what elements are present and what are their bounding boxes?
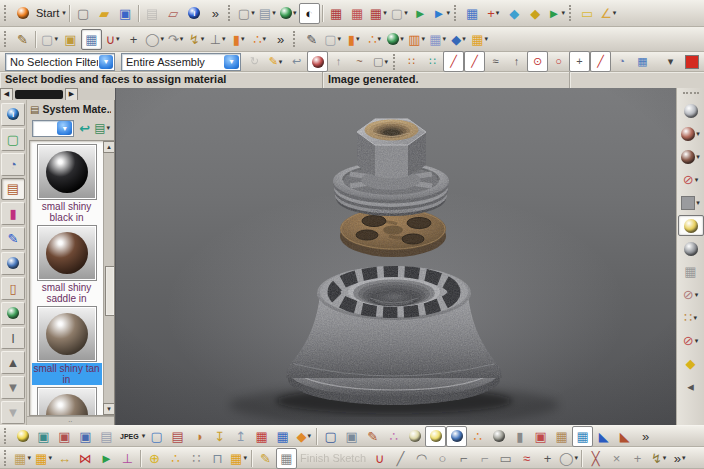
nx-logo-icon[interactable] — [12, 3, 33, 24]
palette-resize-handle[interactable]: ∙∙ — [27, 416, 114, 425]
finish-sketch-grid-icon[interactable]: ▦ — [276, 448, 297, 469]
wireframe-cube-icon[interactable]: ▦ — [251, 426, 272, 447]
screen-capture-icon[interactable]: ▢ — [146, 426, 167, 447]
finish-sketch-label[interactable]: Finish Sketch — [297, 448, 369, 469]
material-label[interactable]: small shiny saddle in — [32, 282, 102, 304]
selection-scope-combo[interactable]: Entire Assembly ▾ — [121, 53, 241, 71]
section-cube-icon[interactable]: ▦ — [326, 3, 347, 24]
orient-plane-icon[interactable]: ► — [410, 3, 431, 24]
materials-palette-icon[interactable]: ▤ — [1, 178, 25, 201]
point-icon[interactable]: + — [123, 29, 144, 50]
undo-arrow-icon[interactable]: ↩ — [286, 51, 307, 72]
scene-setup-icon[interactable]: ◣ — [593, 426, 614, 447]
csys-icon[interactable]: +▾ — [483, 3, 504, 24]
scrollbar-up-icon[interactable]: ▲ — [103, 141, 115, 153]
prohibit-icon[interactable]: ⊘▾ — [678, 330, 704, 351]
toolbar-grip[interactable] — [293, 31, 297, 47]
corner-tool-icon[interactable]: ⌐ — [474, 448, 495, 469]
marquee-select-icon[interactable]: ▢▾ — [370, 51, 391, 72]
render-shot-icon[interactable]: ▣ — [75, 426, 96, 447]
orient-plane-alt-icon[interactable]: ►▾ — [431, 3, 452, 24]
print-icon[interactable]: ↧ — [209, 426, 230, 447]
stamp-prohibit-icon[interactable]: ⊘▾ — [678, 284, 704, 305]
extrude-icon[interactable]: ▮▾ — [228, 29, 249, 50]
constraint-bolt-icon[interactable]: ↯▾ — [648, 448, 669, 469]
toolbar-grip[interactable] — [228, 5, 232, 21]
toolbar-grip[interactable] — [683, 92, 699, 96]
make-corner-icon[interactable]: + — [627, 448, 648, 469]
start-menu-button[interactable]: Start▾ — [33, 3, 67, 24]
clamp-constraint-icon[interactable]: ⊓ — [207, 448, 228, 469]
palette-view-button[interactable]: ▤▾ — [94, 121, 110, 135]
material-swatch[interactable] — [38, 226, 96, 280]
internet-globe-icon[interactable]: ▾ — [278, 3, 299, 24]
shaded-cube-icon[interactable]: ▦ — [272, 426, 293, 447]
profile-tool-icon[interactable]: ∪ — [369, 448, 390, 469]
snap-circle-icon[interactable]: ○ — [548, 51, 569, 72]
save-icon[interactable]: ▣ — [115, 3, 136, 24]
material-sphere-dark-icon[interactable]: ▾ — [678, 146, 704, 167]
documentation-book-icon[interactable]: ▯ — [1, 277, 25, 300]
unite-icon[interactable]: ▦▾ — [427, 29, 448, 50]
pattern-feature-icon[interactable]: ∴▾ — [364, 29, 385, 50]
overflow-chevron2-icon[interactable]: » — [270, 29, 291, 50]
snap-line-icon[interactable]: ╱ — [590, 51, 611, 72]
image-frame-icon[interactable]: ▣ — [530, 426, 551, 447]
mesh-surface-icon[interactable]: ▦ — [81, 29, 102, 50]
selection-filter-combo[interactable]: No Selection Filter ▾ — [5, 53, 115, 71]
gray-swatch-icon[interactable]: ▾ — [678, 192, 704, 213]
material-label[interactable]: small shiny tan in — [32, 363, 102, 385]
color-balls-icon[interactable]: ∴ — [383, 426, 404, 447]
toolbar-grip[interactable] — [569, 5, 573, 21]
datum-plane2-icon[interactable]: ▢▾ — [322, 29, 343, 50]
paintbrush-icon[interactable]: ✎ — [362, 426, 383, 447]
toolbar-grip[interactable] — [4, 5, 8, 21]
info-window-icon[interactable]: i — [184, 3, 205, 24]
paste-icon[interactable]: ▤ — [142, 3, 163, 24]
window-cascade-icon[interactable]: ▱ — [163, 3, 184, 24]
arc-tool-icon[interactable]: ◠ — [411, 448, 432, 469]
jpeg-export-icon[interactable]: JPEG▾ — [117, 426, 146, 447]
move-component-icon[interactable]: ↔ — [54, 448, 75, 469]
subtract-icon[interactable]: ◆▾ — [448, 29, 469, 50]
presentation-icon[interactable]: ▢ — [320, 426, 341, 447]
roles-people-icon[interactable] — [1, 252, 25, 275]
light-bulb-icon[interactable] — [12, 426, 33, 447]
sphere-feature-icon[interactable]: ∴▾ — [249, 29, 270, 50]
shell-icon[interactable]: ▦▾ — [469, 29, 490, 50]
refresh-icon[interactable]: ↻ — [244, 51, 265, 72]
new-file-icon[interactable]: ▢ — [73, 3, 94, 24]
mesh-grid-icon[interactable]: ▦ — [678, 261, 704, 282]
annotate-pen-icon[interactable]: ✎ — [1, 227, 25, 250]
open-folder-icon[interactable]: ▰ — [94, 3, 115, 24]
studio-spline-icon[interactable]: ≈ — [516, 448, 537, 469]
camera-icon[interactable]: ▣ — [33, 426, 54, 447]
scroll-down-icon[interactable]: ▼ — [1, 376, 25, 399]
collapse-toolbar-icon[interactable]: ◂ — [678, 376, 704, 397]
snap-pole-icon[interactable]: ↑ — [506, 51, 527, 72]
nav-arrow-icon[interactable]: ►▾ — [546, 3, 567, 24]
select-tool-icon[interactable]: ▢▾ — [236, 3, 257, 24]
snapshot-tool-icon[interactable]: ▤▾ — [257, 3, 278, 24]
copy-image-icon[interactable]: ▤ — [96, 426, 117, 447]
section-cube-alt-icon[interactable]: ▦▾ — [368, 3, 389, 24]
add-component2-icon[interactable]: ▦▾ — [33, 448, 54, 469]
scene-edit-icon[interactable]: ◣ — [614, 426, 635, 447]
sketch-grid-icon[interactable]: ✎ — [255, 448, 276, 469]
visualization-spectrum-icon[interactable]: ▮ — [1, 202, 25, 225]
toolbar-grip[interactable] — [393, 54, 397, 70]
quick-extend-icon[interactable]: × — [606, 448, 627, 469]
system-scene-icon[interactable] — [1, 302, 25, 325]
overflow-chevron4-icon[interactable]: »▾ — [669, 448, 690, 469]
chevron-down-icon[interactable]: ▾ — [57, 121, 72, 135]
snap-tangent-icon[interactable]: ≈ — [485, 51, 506, 72]
photo-camera-icon[interactable]: ▣ — [341, 426, 362, 447]
snap-settings-icon[interactable]: ∷ — [401, 51, 422, 72]
palette-scrollbar[interactable]: ▲ ▼ — [103, 141, 114, 415]
pattern-dots-icon[interactable]: ∷▾ — [678, 307, 704, 328]
star-add-icon[interactable]: ✎▾ — [265, 51, 286, 72]
exploded-views-icon[interactable]: ⊕ — [144, 448, 165, 469]
clear-section-icon[interactable]: ▢▾ — [389, 3, 410, 24]
arrangements-icon[interactable]: ▦▾ — [228, 448, 249, 469]
sequence-frames-icon[interactable]: ∷ — [186, 448, 207, 469]
